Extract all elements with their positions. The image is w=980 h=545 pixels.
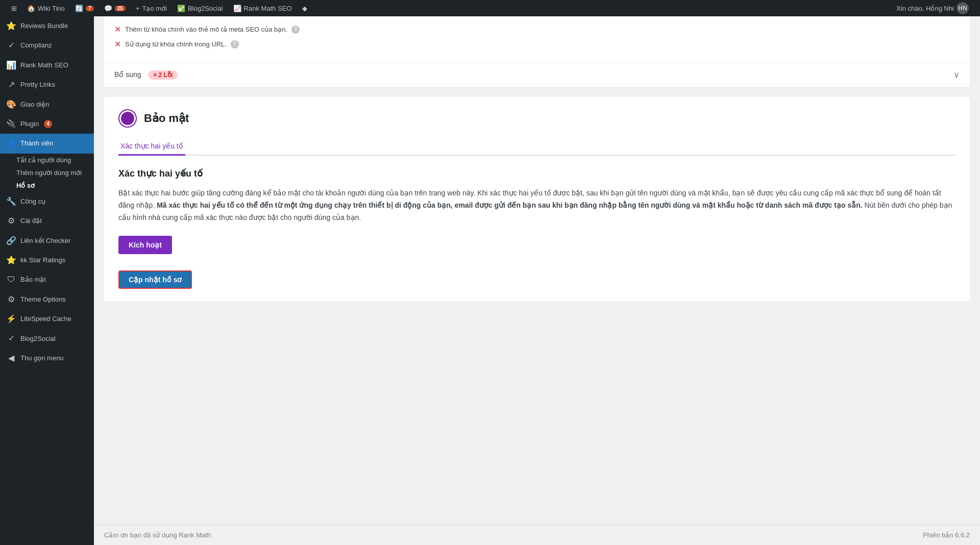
new-content-button[interactable]: + Tạo mới: [131, 0, 172, 16]
comments-button[interactable]: 💬 25: [99, 0, 131, 16]
chevron-down-icon: ∨: [953, 70, 960, 80]
supplement-error-badge: × 2 Lỗi: [148, 70, 178, 80]
help-icon-2[interactable]: ?: [231, 40, 239, 48]
sidebar-label: Liên kết Checker: [20, 236, 70, 245]
avatar: HN: [957, 2, 969, 14]
sub-label: Hồ sơ: [16, 182, 35, 189]
blog2social-label: Blog2Social: [188, 5, 223, 12]
admin-bar: ⊞ 🏠 Wiki Tino 🔄 7 💬 25 + Tạo mới ✅ Blog2…: [0, 0, 980, 16]
sidebar-item-pretty-links[interactable]: ↗ Pretty Links: [0, 75, 94, 94]
pretty-links-icon: ↗: [6, 79, 16, 90]
sidebar-item-reviews-bundle[interactable]: ⭐ Reviews Bundle: [0, 16, 94, 36]
users-icon: 👤: [6, 138, 16, 149]
rankmath-icon: 📈: [233, 5, 241, 12]
home-icon: 🏠: [27, 5, 35, 12]
plus-icon: +: [136, 5, 140, 12]
appearance-icon: 🎨: [6, 99, 16, 110]
updates-count: 7: [86, 6, 94, 11]
sidebar-item-bao-mat[interactable]: 🛡 Bảo mật: [0, 270, 94, 289]
rankmath-button[interactable]: 📈 Rank Math SEO: [228, 0, 297, 16]
two-factor-description: Bật xác thực hai bước giúp tăng cường đá…: [118, 187, 955, 224]
sidebar-item-thanh-vien[interactable]: 👤 Thành viên: [0, 134, 94, 153]
schema-icon: ◆: [302, 5, 307, 12]
main-content: ✕ Thêm từ khóa chính vào thẻ mô tả meta …: [94, 16, 980, 545]
footer-version: Phiên bản 6.6.2: [923, 531, 970, 539]
sidebar-label: Thành viên: [20, 139, 53, 148]
rank-math-icon: 📊: [6, 60, 16, 71]
sidebar-item-rank-math[interactable]: 📊 Rank Math SEO: [0, 56, 94, 75]
footer: Cảm ơn bạn đã sử dụng Rank Math Phiên bả…: [94, 525, 980, 545]
sidebar-item-litespeed[interactable]: ⚡ LiteSpeed Cache: [0, 309, 94, 329]
plugin-badge: 4: [44, 120, 52, 128]
sidebar-item-theme-options[interactable]: ⚙ Theme Options: [0, 290, 94, 309]
help-icon-1[interactable]: ?: [291, 26, 300, 34]
settings-icon: ⚙: [6, 215, 16, 227]
sidebar-item-giao-dien[interactable]: 🎨 Giao diện: [0, 95, 94, 114]
rankmath-label: Rank Math SEO: [244, 5, 292, 12]
sidebar-label: Theme Options: [20, 295, 66, 304]
error-text-2: Sử dụng từ khóa chính trong URL.: [125, 40, 227, 48]
star-icon: ⭐: [6, 255, 16, 266]
sub-label: Tất cả người dùng: [16, 156, 71, 164]
reviews-bundle-icon: ⭐: [6, 20, 16, 32]
blog2social-icon: ✅: [177, 5, 185, 12]
sidebar-label: Cài đặt: [20, 216, 42, 226]
sidebar-item-cong-cu[interactable]: 🔧 Công cụ: [0, 192, 94, 211]
two-factor-title: Xác thực hai yếu tố: [118, 168, 955, 179]
sub-label: Thêm người dùng mới: [16, 169, 82, 177]
error-item-2: ✕ Sử dụng từ khóa chính trong URL. ?: [114, 39, 960, 49]
sidebar-item-lien-ket[interactable]: 🔗 Liên kết Checker: [0, 231, 94, 251]
schema-button[interactable]: ◆: [297, 0, 312, 16]
sidebar-label: LiteSpeed Cache: [20, 314, 71, 324]
new-label: Tạo mới: [142, 5, 167, 12]
tab-label: Xác thực hai yếu tố: [120, 142, 183, 150]
update-profile-button[interactable]: Cập nhật hồ sơ: [118, 270, 192, 289]
user-greeting: Xin chào, Hồng Nhi: [896, 5, 954, 12]
shield-icon: 🛡: [6, 274, 16, 285]
comments-count: 25: [115, 6, 126, 11]
wp-logo-button[interactable]: ⊞: [6, 0, 22, 16]
sidebar-label: Blog2Social: [20, 334, 56, 343]
sidebar-item-blog2social[interactable]: ✓ Blog2Social: [0, 329, 94, 348]
supplement-section[interactable]: Bổ sung × 2 Lỗi ∨: [104, 62, 970, 87]
sidebar-sub-item-tat-ca[interactable]: Tất cả người dùng: [0, 154, 94, 166]
sidebar-item-cai-dat[interactable]: ⚙ Cài đặt: [0, 211, 94, 231]
sidebar-item-collapse[interactable]: ◀ Thu gọn menu: [0, 349, 94, 368]
plugin-icon: 🔌: [6, 118, 16, 130]
section-header: Bảo mật: [118, 109, 955, 128]
main-layout: ⭐ Reviews Bundle ✓ Complianz 📊 Rank Math…: [0, 16, 980, 545]
supplement-label: Bổ sung: [114, 70, 141, 79]
sidebar-sub-item-ho-so[interactable]: Hồ sơ: [0, 179, 94, 192]
sidebar-item-kk-star[interactable]: ⭐ kk Star Ratings: [0, 251, 94, 270]
sidebar-item-complianz[interactable]: ✓ Complianz: [0, 36, 94, 55]
footer-thanks: Cảm ơn bạn đã sử dụng Rank Math: [104, 531, 211, 539]
site-name-label: Wiki Tino: [38, 5, 65, 12]
sidebar-item-plugin[interactable]: 🔌 Plugin 4: [0, 114, 94, 134]
link-icon: 🔗: [6, 235, 16, 246]
sidebar-label: Reviews Bundle: [20, 21, 68, 31]
sidebar-sub-item-them-nguoi-dung[interactable]: Thêm người dùng mới: [0, 166, 94, 179]
blog2social-sidebar-icon: ✓: [6, 333, 16, 344]
update-section: Cập nhật hồ sơ: [118, 270, 955, 289]
tabs: Xác thực hai yếu tố: [118, 138, 955, 156]
site-name-button[interactable]: 🏠 Wiki Tino: [22, 0, 70, 16]
wp-icon: ⊞: [11, 5, 17, 12]
sidebar-label: Rank Math SEO: [20, 61, 68, 70]
blog2social-button[interactable]: ✅ Blog2Social: [172, 0, 228, 16]
user-greeting-button[interactable]: Xin chào, Hồng Nhi HN: [891, 2, 974, 14]
sidebar-label: Công cụ: [20, 197, 45, 206]
collapse-icon: ◀: [6, 353, 16, 364]
section-title: Bảo mật: [144, 112, 189, 125]
sidebar-label: Bảo mật: [20, 275, 46, 284]
sidebar-label: Pretty Links: [20, 80, 55, 89]
tab-xac-thuc[interactable]: Xác thực hai yếu tố: [118, 138, 185, 156]
updates-button[interactable]: 🔄 7: [70, 0, 99, 16]
two-factor-content: Xác thực hai yếu tố Bật xác thực hai bướ…: [118, 168, 955, 270]
error-icon-2: ✕: [114, 39, 121, 49]
security-section: Bảo mật Xác thực hai yếu tố Xác thực hai…: [104, 97, 970, 301]
security-icon-inner: [119, 110, 136, 127]
admin-bar-right: Xin chào, Hồng Nhi HN: [891, 2, 974, 14]
comments-icon: 💬: [104, 5, 112, 12]
theme-icon: ⚙: [6, 294, 16, 305]
activate-button[interactable]: Kích hoạt: [118, 236, 172, 254]
